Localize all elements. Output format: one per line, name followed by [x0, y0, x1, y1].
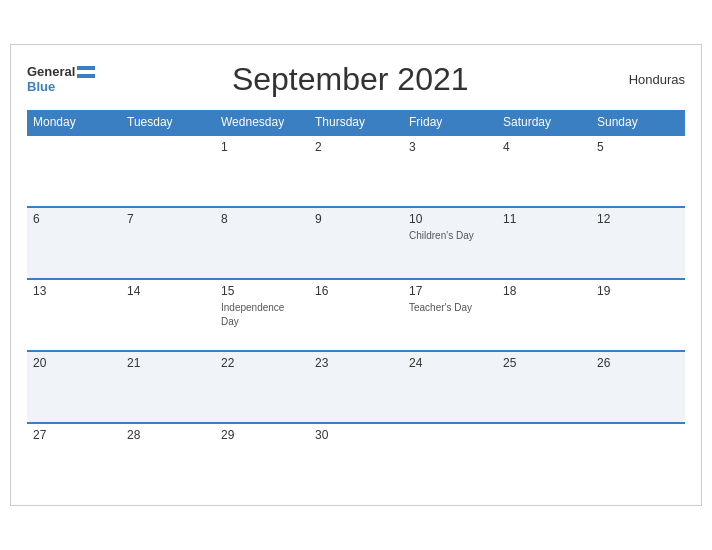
calendar-cell: 22: [215, 351, 309, 423]
weekday-header-wednesday: Wednesday: [215, 110, 309, 135]
day-number: 16: [315, 284, 397, 298]
day-number: 9: [315, 212, 397, 226]
calendar-cell: 6: [27, 207, 121, 279]
day-number: 29: [221, 428, 303, 442]
week-row-3: 131415Independence Day1617Teacher's Day1…: [27, 279, 685, 351]
calendar-cell: 14: [121, 279, 215, 351]
calendar-cell: 11: [497, 207, 591, 279]
calendar-cell: 4: [497, 135, 591, 207]
day-number: 25: [503, 356, 585, 370]
logo-blue-text: Blue: [27, 80, 95, 94]
day-number: 26: [597, 356, 679, 370]
calendar-cell: 17Teacher's Day: [403, 279, 497, 351]
calendar-cell: 18: [497, 279, 591, 351]
weekday-header-friday: Friday: [403, 110, 497, 135]
calendar-title: September 2021: [95, 61, 605, 98]
calendar-cell: 20: [27, 351, 121, 423]
calendar-cell: 12: [591, 207, 685, 279]
day-number: 3: [409, 140, 491, 154]
day-number: 19: [597, 284, 679, 298]
calendar-cell: 27: [27, 423, 121, 495]
calendar-cell: 26: [591, 351, 685, 423]
calendar-cell: [403, 423, 497, 495]
day-number: 13: [33, 284, 115, 298]
calendar-cell: 29: [215, 423, 309, 495]
calendar-cell: 5: [591, 135, 685, 207]
weekday-header-monday: Monday: [27, 110, 121, 135]
day-number: 1: [221, 140, 303, 154]
calendar-cell: 2: [309, 135, 403, 207]
calendar-header: General Blue September 2021 Honduras: [27, 61, 685, 98]
calendar-event: Children's Day: [409, 230, 474, 241]
calendar-cell: 9: [309, 207, 403, 279]
day-number: 20: [33, 356, 115, 370]
day-number: 15: [221, 284, 303, 298]
calendar-grid: MondayTuesdayWednesdayThursdayFridaySatu…: [27, 110, 685, 495]
day-number: 22: [221, 356, 303, 370]
calendar-cell: [27, 135, 121, 207]
calendar-cell: 1: [215, 135, 309, 207]
logo: General Blue: [27, 65, 95, 94]
day-number: 12: [597, 212, 679, 226]
week-row-1: 12345: [27, 135, 685, 207]
day-number: 27: [33, 428, 115, 442]
calendar-cell: 23: [309, 351, 403, 423]
calendar-cell: 25: [497, 351, 591, 423]
calendar-container: General Blue September 2021 Honduras Mon…: [10, 44, 702, 506]
day-number: 2: [315, 140, 397, 154]
week-row-4: 20212223242526: [27, 351, 685, 423]
day-number: 28: [127, 428, 209, 442]
day-number: 30: [315, 428, 397, 442]
logo-flag-icon: [77, 66, 95, 78]
day-number: 23: [315, 356, 397, 370]
calendar-cell: 13: [27, 279, 121, 351]
country-label: Honduras: [605, 72, 685, 87]
calendar-cell: 7: [121, 207, 215, 279]
calendar-cell: [121, 135, 215, 207]
calendar-cell: 30: [309, 423, 403, 495]
weekday-header-tuesday: Tuesday: [121, 110, 215, 135]
calendar-cell: 16: [309, 279, 403, 351]
week-row-5: 27282930: [27, 423, 685, 495]
day-number: 5: [597, 140, 679, 154]
day-number: 21: [127, 356, 209, 370]
svg-rect-0: [77, 66, 95, 70]
day-number: 24: [409, 356, 491, 370]
weekday-header-saturday: Saturday: [497, 110, 591, 135]
svg-rect-1: [77, 70, 95, 74]
day-number: 7: [127, 212, 209, 226]
calendar-cell: 15Independence Day: [215, 279, 309, 351]
calendar-cell: 21: [121, 351, 215, 423]
day-number: 18: [503, 284, 585, 298]
calendar-cell: 8: [215, 207, 309, 279]
day-number: 4: [503, 140, 585, 154]
day-number: 10: [409, 212, 491, 226]
svg-rect-2: [77, 74, 95, 78]
day-number: 6: [33, 212, 115, 226]
calendar-cell: [497, 423, 591, 495]
day-number: 17: [409, 284, 491, 298]
calendar-cell: 28: [121, 423, 215, 495]
calendar-event: Teacher's Day: [409, 302, 472, 313]
day-number: 8: [221, 212, 303, 226]
calendar-cell: 10Children's Day: [403, 207, 497, 279]
calendar-cell: 24: [403, 351, 497, 423]
week-row-2: 678910Children's Day1112: [27, 207, 685, 279]
calendar-cell: 19: [591, 279, 685, 351]
calendar-cell: [591, 423, 685, 495]
calendar-cell: 3: [403, 135, 497, 207]
logo-general-text: General: [27, 65, 75, 79]
day-number: 14: [127, 284, 209, 298]
weekday-header-row: MondayTuesdayWednesdayThursdayFridaySatu…: [27, 110, 685, 135]
weekday-header-thursday: Thursday: [309, 110, 403, 135]
weekday-header-sunday: Sunday: [591, 110, 685, 135]
day-number: 11: [503, 212, 585, 226]
calendar-event: Independence Day: [221, 302, 284, 327]
